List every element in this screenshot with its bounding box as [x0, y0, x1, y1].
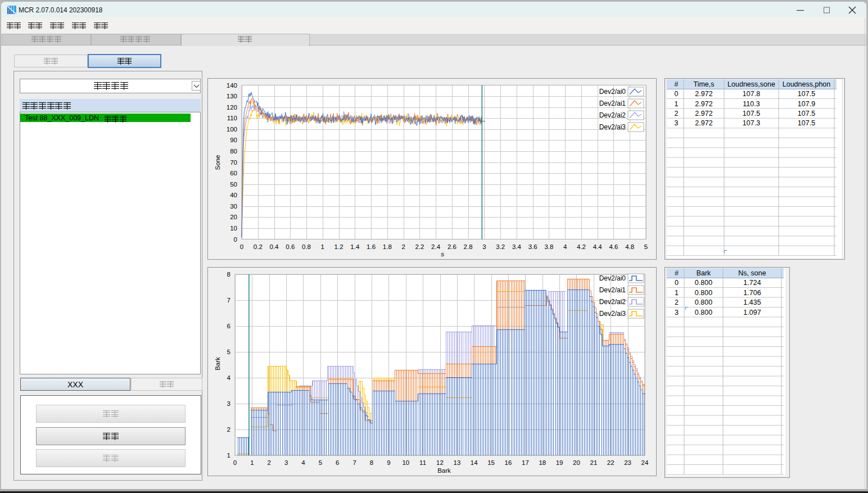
svg-text:0.800: 0.800	[695, 279, 712, 287]
svg-text:1: 1	[250, 459, 254, 466]
svg-text:2.972: 2.972	[695, 119, 712, 127]
svg-text:Bark: Bark	[214, 357, 221, 370]
svg-text:110: 110	[227, 115, 237, 121]
svg-text:90: 90	[230, 137, 237, 143]
svg-text:80: 80	[230, 148, 237, 155]
svg-text:20: 20	[573, 459, 580, 466]
svg-text:60: 60	[230, 170, 237, 177]
svg-text:Dev2/ai3: Dev2/ai3	[599, 123, 626, 131]
svg-text:2.4: 2.4	[431, 243, 441, 250]
svg-text:2.972: 2.972	[695, 100, 712, 108]
svg-text:Dev2/ai0: Dev2/ai0	[599, 88, 626, 96]
svg-text:6: 6	[336, 459, 339, 466]
svg-text:120: 120	[227, 104, 237, 111]
svg-text:70: 70	[230, 159, 237, 166]
svg-text:Loudness,phon: Loudness,phon	[783, 80, 831, 88]
svg-text:4.2: 4.2	[577, 243, 586, 250]
svg-text:3: 3	[675, 119, 679, 127]
svg-text:140: 140	[227, 82, 237, 89]
svg-text:19: 19	[556, 459, 563, 466]
svg-text:130: 130	[227, 93, 237, 99]
svg-text:4.4: 4.4	[593, 243, 603, 250]
svg-text:8: 8	[370, 459, 373, 466]
svg-text:1.706: 1.706	[743, 289, 761, 297]
svg-text:7: 7	[352, 459, 356, 466]
svg-text:Dev2/ai3: Dev2/ai3	[599, 310, 626, 318]
svg-text:1: 1	[675, 289, 679, 297]
svg-text:1.2: 1.2	[334, 243, 343, 250]
svg-text:3: 3	[227, 400, 230, 407]
svg-text:0.800: 0.800	[695, 309, 712, 316]
svg-text:Time,s: Time,s	[693, 80, 714, 88]
svg-text:Dev2/ai0: Dev2/ai0	[599, 274, 626, 282]
svg-text:5: 5	[319, 459, 322, 466]
svg-text:2: 2	[227, 426, 230, 433]
svg-text:40: 40	[230, 192, 237, 198]
svg-text:1: 1	[227, 452, 230, 459]
svg-text:1.097: 1.097	[743, 309, 761, 316]
svg-text:Dev2/ai1: Dev2/ai1	[599, 99, 626, 107]
svg-text:107.5: 107.5	[798, 90, 815, 98]
svg-text:3: 3	[482, 243, 486, 250]
svg-text:0: 0	[233, 459, 237, 466]
svg-text:0.4: 0.4	[270, 243, 279, 250]
svg-text:2: 2	[675, 298, 679, 306]
svg-text:15: 15	[487, 459, 495, 466]
svg-text:s: s	[441, 251, 444, 257]
svg-text:4.6: 4.6	[609, 243, 618, 250]
svg-text:3: 3	[675, 309, 679, 316]
svg-text:2: 2	[401, 243, 405, 250]
svg-text:Dev2/ai2: Dev2/ai2	[599, 111, 626, 119]
svg-text:107.3: 107.3	[743, 119, 760, 127]
svg-text:0.800: 0.800	[695, 289, 712, 297]
svg-text:2.2: 2.2	[415, 243, 424, 250]
svg-text:14: 14	[471, 459, 478, 466]
svg-text:16: 16	[505, 459, 512, 466]
svg-text:1.4: 1.4	[350, 243, 360, 250]
svg-text:1.724: 1.724	[743, 279, 761, 287]
svg-text:24: 24	[641, 459, 649, 466]
svg-text:Dev2/ai1: Dev2/ai1	[599, 286, 626, 294]
svg-text:Ns, sone: Ns, sone	[738, 269, 766, 277]
svg-text:30: 30	[230, 203, 237, 210]
svg-text:18: 18	[539, 459, 546, 466]
svg-text:4: 4	[563, 243, 567, 250]
svg-text:7: 7	[227, 297, 230, 304]
svg-text:0: 0	[675, 90, 679, 98]
svg-text:12: 12	[436, 459, 444, 466]
svg-text:5: 5	[644, 243, 648, 250]
svg-text:22: 22	[607, 459, 614, 466]
svg-text:107.8: 107.8	[743, 90, 760, 98]
svg-text:3.4: 3.4	[512, 243, 522, 250]
svg-text:21: 21	[590, 459, 598, 466]
svg-text:3: 3	[284, 459, 288, 466]
svg-text:8: 8	[227, 271, 230, 278]
svg-text:Dev2/ai2: Dev2/ai2	[599, 298, 626, 306]
svg-text:0: 0	[234, 236, 237, 243]
svg-text:6: 6	[227, 323, 230, 329]
svg-text:107.9: 107.9	[798, 100, 815, 108]
svg-text:1.8: 1.8	[383, 243, 392, 250]
svg-text:2.972: 2.972	[695, 90, 712, 98]
svg-text:1.6: 1.6	[367, 243, 376, 250]
svg-text:10: 10	[230, 225, 237, 232]
svg-text:10: 10	[402, 459, 409, 466]
svg-text:2.972: 2.972	[695, 110, 712, 117]
svg-text:3.2: 3.2	[496, 243, 505, 250]
svg-text:0: 0	[240, 243, 243, 250]
svg-text:2.6: 2.6	[447, 243, 456, 250]
svg-text:107.5: 107.5	[798, 110, 815, 117]
svg-text:Sone: Sone	[214, 155, 221, 170]
svg-text:0: 0	[675, 279, 679, 287]
svg-text:3.6: 3.6	[528, 243, 537, 250]
svg-text:1.435: 1.435	[743, 298, 761, 306]
svg-text:0.6: 0.6	[286, 243, 295, 250]
svg-text:0.2: 0.2	[254, 243, 263, 250]
svg-text:107.5: 107.5	[798, 119, 815, 127]
svg-text:Bark: Bark	[697, 269, 711, 277]
svg-text:2: 2	[268, 459, 271, 466]
svg-text:0.8: 0.8	[302, 243, 311, 250]
svg-text:17: 17	[522, 459, 529, 466]
svg-text:23: 23	[624, 459, 631, 466]
svg-text:4.8: 4.8	[625, 243, 634, 250]
